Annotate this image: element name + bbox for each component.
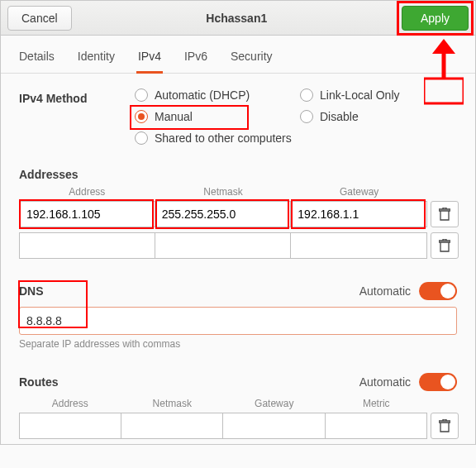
radio-link-local[interactable]: Link-Local Only	[300, 88, 457, 102]
tab-security[interactable]: Security	[231, 50, 273, 73]
col-metric: Metric	[326, 394, 428, 413]
netmask-input[interactable]	[155, 201, 292, 227]
delete-row-button[interactable]	[431, 232, 459, 259]
address-input[interactable]	[19, 201, 155, 227]
col-address: Address	[19, 183, 155, 201]
route-address-input[interactable]	[19, 413, 121, 439]
addresses-title: Addresses	[19, 168, 457, 181]
apply-button[interactable]: Apply	[402, 6, 469, 31]
trash-icon	[439, 419, 450, 432]
tab-bar: Details Identity IPv4 IPv6 Security	[1, 36, 475, 74]
col-gateway: Gateway	[291, 183, 427, 201]
col-netmask: Netmask	[155, 183, 292, 201]
delete-row-button[interactable]	[431, 201, 459, 227]
ipv4-method-label: IPv4 Method	[19, 88, 135, 105]
apply-wrap: Apply	[402, 6, 469, 31]
network-settings-window: Cancel Hchassan1 Apply Details Identity …	[0, 0, 476, 445]
addresses-header: Address Netmask Gateway	[19, 183, 457, 201]
radio-disable[interactable]: Disable	[300, 110, 457, 123]
col-netmask: Netmask	[121, 394, 224, 413]
window-title: Hchassan1	[206, 12, 267, 25]
radio-label: Manual	[155, 110, 193, 123]
radio-label: Disable	[320, 110, 359, 123]
trash-icon	[439, 239, 450, 252]
route-gateway-input[interactable]	[223, 413, 326, 439]
routes-automatic-label: Automatic	[359, 375, 411, 389]
radio-shared[interactable]: Shared to other computers	[135, 131, 457, 145]
route-netmask-input[interactable]	[121, 413, 224, 439]
dns-cell	[19, 300, 457, 335]
tab-details[interactable]: Details	[19, 50, 55, 73]
routes-automatic-toggle-wrap: Automatic	[359, 373, 457, 391]
routes-header-row: Address Netmask Gateway Metric	[19, 394, 457, 413]
dns-input[interactable]	[19, 307, 457, 335]
radio-label: Automatic (DHCP)	[155, 88, 250, 102]
radio-dot-icon	[300, 110, 313, 123]
dns-automatic-label: Automatic	[359, 284, 411, 298]
routes-header: Routes Automatic	[19, 373, 457, 391]
radio-dot-icon	[135, 131, 148, 145]
ipv4-method-section: IPv4 Method Automatic (DHCP) Link-Local …	[19, 88, 457, 145]
dns-header: DNS Automatic	[19, 282, 457, 300]
routes-title: Routes	[19, 375, 58, 389]
col-gateway: Gateway	[223, 394, 326, 413]
gateway-input[interactable]	[291, 201, 427, 227]
tab-ipv6[interactable]: IPv6	[184, 50, 207, 73]
address-row	[19, 201, 457, 227]
titlebar: Cancel Hchassan1 Apply	[1, 1, 475, 36]
route-metric-input[interactable]	[326, 413, 428, 439]
routes-table: Address Netmask Gateway Metric	[19, 394, 457, 439]
radio-label: Link-Local Only	[320, 88, 400, 102]
delete-route-button[interactable]	[431, 413, 459, 439]
svg-marker-1	[432, 39, 455, 54]
tab-ipv4[interactable]: IPv4	[138, 50, 161, 73]
radio-automatic-dhcp[interactable]: Automatic (DHCP)	[135, 88, 292, 102]
radio-label: Shared to other computers	[155, 131, 292, 145]
address-row	[19, 232, 457, 259]
dns-helper: Separate IP addresses with commas	[19, 338, 457, 350]
cancel-button[interactable]: Cancel	[7, 6, 72, 31]
radio-dot-icon	[300, 88, 313, 102]
radio-dot-icon	[135, 110, 148, 123]
address-input[interactable]	[19, 232, 155, 259]
netmask-input[interactable]	[155, 232, 292, 259]
col-address: Address	[19, 394, 121, 413]
trash-icon	[439, 208, 450, 221]
dns-automatic-toggle-wrap: Automatic	[359, 282, 457, 300]
addresses-table: Address Netmask Gateway	[19, 183, 457, 259]
tab-identity[interactable]: Identity	[78, 50, 115, 73]
content: IPv4 Method Automatic (DHCP) Link-Local …	[1, 74, 475, 444]
dns-automatic-switch[interactable]	[419, 282, 457, 300]
routes-automatic-switch[interactable]	[419, 373, 457, 391]
dns-title: DNS	[19, 284, 44, 298]
routes-row	[19, 413, 457, 439]
ipv4-method-options: Automatic (DHCP) Link-Local Only Manual …	[135, 88, 457, 145]
gateway-input[interactable]	[291, 232, 427, 259]
radio-manual[interactable]: Manual	[135, 110, 292, 123]
radio-dot-icon	[135, 88, 148, 102]
